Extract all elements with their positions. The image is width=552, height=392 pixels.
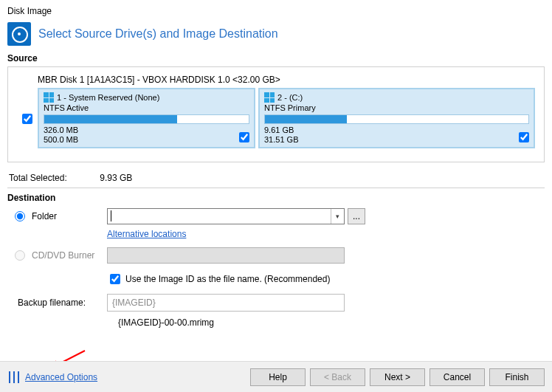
footer: Advanced Options Help < Back Next > Canc… [0, 361, 552, 392]
partition-usage-bar [264, 114, 529, 124]
windows-icon [264, 92, 275, 103]
partition-total: 31.51 GB [264, 135, 529, 145]
partition-used: 326.0 MB [44, 125, 249, 135]
alternative-locations-link[interactable]: Alternative locations [7, 229, 545, 239]
partition-2[interactable]: 2 - (C:) NTFS Primary 9.61 GB 31.51 GB [258, 88, 535, 148]
source-panel: MBR Disk 1 [1A1A3C15] - VBOX HARDDISK 1.… [7, 66, 545, 162]
chevron-down-icon[interactable]: ▾ [331, 209, 344, 224]
source-label: Source [0, 53, 552, 66]
cancel-button[interactable]: Cancel [429, 368, 485, 386]
backup-filename-input[interactable] [107, 294, 345, 312]
help-button[interactable]: Help [250, 368, 306, 386]
back-button: < Back [310, 368, 365, 386]
total-selected-label: Total Selected: [9, 173, 97, 183]
partition-checkbox[interactable] [519, 132, 529, 142]
disk-row: MBR Disk 1 [1A1A3C15] - VBOX HARDDISK 1.… [15, 75, 537, 148]
partition-total: 500.0 MB [44, 135, 249, 145]
sliders-icon [7, 371, 21, 384]
total-selected-row: Total Selected: 9.93 GB [0, 162, 552, 188]
cd-select [107, 247, 345, 264]
folder-radio[interactable] [15, 211, 25, 221]
partition-used: 9.61 GB [264, 125, 529, 135]
use-imageid-label[interactable]: Use the Image ID as the file name. (Reco… [125, 274, 330, 284]
advanced-options-label: Advanced Options [25, 372, 97, 382]
disk-image-icon [7, 22, 31, 46]
total-selected-value: 9.93 GB [100, 173, 132, 183]
advanced-options-link[interactable]: Advanced Options [7, 371, 97, 384]
folder-combo[interactable]: ▾ [107, 208, 345, 224]
partition-title: 1 - System Reserved (None) [57, 93, 159, 102]
folder-input[interactable] [108, 209, 331, 224]
partition-1[interactable]: 1 - System Reserved (None) NTFS Active 3… [38, 88, 255, 148]
partition-title: 2 - (C:) [277, 93, 303, 102]
destination-label: Destination [7, 193, 545, 206]
page-title: Select Source Drive(s) and Image Destina… [38, 27, 278, 41]
divider [7, 188, 545, 188]
folder-radio-label[interactable]: Folder [32, 211, 57, 221]
header: Select Source Drive(s) and Image Destina… [0, 19, 552, 53]
disk-label: MBR Disk 1 [1A1A3C15] - VBOX HARDDISK 1.… [38, 75, 537, 88]
backup-filename-label: Backup filename: [18, 298, 86, 308]
disk-checkbox-wrap [15, 75, 38, 126]
browse-button[interactable]: ... [348, 208, 365, 224]
finish-button[interactable]: Finish [489, 368, 545, 386]
partition-sub: NTFS Primary [264, 103, 529, 112]
next-button[interactable]: Next > [370, 368, 425, 386]
partition-checkbox[interactable] [239, 132, 249, 142]
use-imageid-checkbox[interactable] [110, 274, 120, 284]
partition-sub: NTFS Active [44, 103, 249, 112]
disk-checkbox[interactable] [22, 114, 32, 124]
filename-preview: {IMAGEID}-00-00.mrimg [7, 313, 545, 328]
windows-icon [44, 92, 54, 103]
window-title: Disk Image [0, 0, 552, 19]
cd-radio-label: CD/DVD Burner [32, 250, 94, 261]
partition-usage-bar [44, 114, 249, 124]
cd-radio [15, 250, 25, 261]
